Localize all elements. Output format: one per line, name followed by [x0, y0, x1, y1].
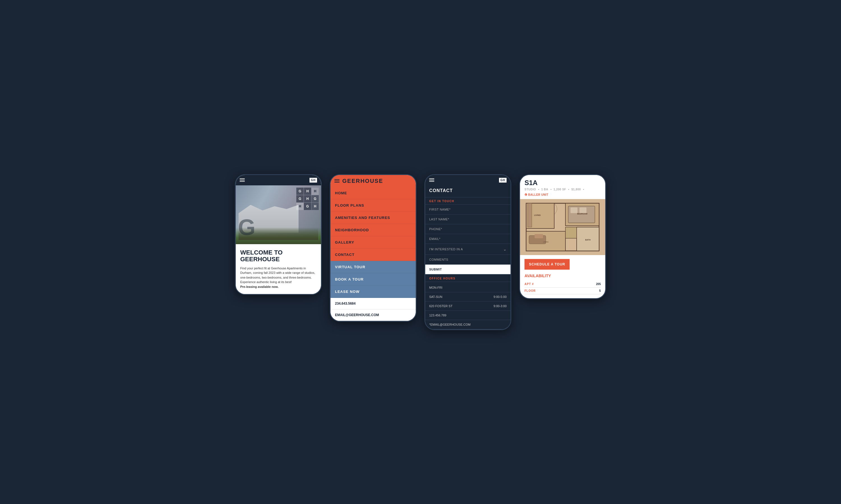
- svg-rect-14: [528, 203, 532, 227]
- nav-item-amenities[interactable]: AMENITIES AND FEATURES: [330, 212, 416, 224]
- office-row-satsun: SAT-SUN 9:00-5:00: [425, 292, 511, 302]
- availability-section: AVAILABILITY APT # 205 FLOOR 5: [520, 273, 605, 298]
- svg-rect-10: [535, 234, 543, 238]
- nav-menu: HOME FLOOR PLANS AMENITIES AND FEATURES …: [330, 187, 416, 298]
- spec-separator2: [551, 189, 551, 190]
- nav-item-virtual-tour[interactable]: VIRTUAL TOUR: [330, 261, 416, 273]
- nav-item-floor-plans[interactable]: FLOOR PLANS: [330, 199, 416, 212]
- hamburger-icon[interactable]: [240, 178, 245, 182]
- welcome-title: WELCOME TO GEERHOUSE: [240, 249, 316, 263]
- phone2-topbar: GEERHOUSE: [330, 175, 416, 187]
- baller-badge: ★ BALLER UNIT: [525, 193, 548, 196]
- phone1-content: WELCOME TO GEERHOUSE Find your perfect f…: [236, 244, 321, 294]
- submit-button[interactable]: SUBMIT: [425, 265, 511, 274]
- svg-text:BEDROOM: BEDROOM: [577, 213, 588, 215]
- email-address: EMAIL@GEERHOUSE.COM: [330, 309, 416, 321]
- first-name-field[interactable]: FIRST NAME*: [425, 205, 511, 215]
- availability-title: AVAILABILITY: [525, 273, 601, 278]
- phone1-topbar: GH: [236, 175, 321, 185]
- unit-sqft: 1,200 SF: [554, 188, 566, 191]
- welcome-description: Find your perfect fit at Geerhouse Apart…: [240, 266, 316, 289]
- phone-nav-menu: GEERHOUSE HOME FLOOR PLANS AMENITIES AND…: [330, 174, 416, 322]
- spec-separator: [538, 189, 539, 190]
- nav-item-contact[interactable]: CONTACT: [330, 249, 416, 261]
- floorplan-header: S1A STUDIO 1 BA 1,200 SF $1,800 ★ BALLER…: [520, 175, 605, 199]
- floorplan-image: LIVING BEDROOM LIVING BATH: [520, 199, 605, 255]
- phone-contact: GH CONTACT GET IN TOUCH FIRST NAME* LAST…: [425, 174, 511, 330]
- office-row-monfri: MON-FRI: [425, 283, 511, 292]
- svg-text:BATH: BATH: [585, 239, 591, 241]
- nav-item-home[interactable]: HOME: [330, 187, 416, 199]
- interested-in-dropdown[interactable]: I'M INTERESTED IN A ⌄: [425, 244, 511, 255]
- nav-item-neighborhood[interactable]: NEIGHBORHOOD: [330, 224, 416, 236]
- svg-text:LIVING: LIVING: [534, 214, 541, 216]
- gh-logo: GH: [309, 178, 317, 183]
- svg-rect-8: [565, 227, 577, 238]
- phone3-topbar: GH: [425, 175, 511, 185]
- get-in-touch-label: GET IN TOUCH: [425, 197, 511, 205]
- floorplan-svg: LIVING BEDROOM LIVING BATH: [520, 199, 605, 255]
- spec-separator3: [568, 189, 569, 190]
- svg-text:★: ★: [525, 194, 527, 196]
- nav-item-lease-now[interactable]: LEASE NOW: [330, 286, 416, 298]
- office-row-address: 620 FOSTER ST 9:00-3:00: [425, 302, 511, 311]
- hamburger-menu-icon[interactable]: [334, 179, 340, 183]
- nav-item-gallery[interactable]: GALLERY: [330, 236, 416, 249]
- gh-overlay: G H H G H G H G H: [296, 187, 319, 210]
- unit-id: S1A: [525, 179, 601, 187]
- schedule-tour-button[interactable]: SCHEDULE A TOUR: [525, 259, 570, 270]
- office-row-email: *EMAIL@GEERHOUSE.COM: [425, 320, 511, 329]
- unit-price: $1,800: [571, 188, 581, 191]
- avail-row-floor: FLOOR 5: [525, 288, 601, 294]
- contact-page-title: CONTACT: [425, 185, 511, 197]
- phone-welcome: GH G H H G H G H G H G: [235, 174, 322, 295]
- phone-number: 234.643.5684: [330, 298, 416, 309]
- phones-container: GH G H H G H G H G H G: [224, 174, 617, 330]
- phone-field[interactable]: PHONE*: [425, 224, 511, 234]
- svg-rect-13: [580, 208, 586, 213]
- office-row-phone: 123.456.789: [425, 311, 511, 320]
- svg-rect-12: [570, 208, 578, 213]
- unit-type: STUDIO: [525, 188, 536, 191]
- email-field[interactable]: EMAIL*: [425, 234, 511, 244]
- geerhouse-logo: GEERHOUSE: [342, 178, 383, 184]
- baller-icon: ★: [525, 193, 527, 196]
- avail-row-apt: APT # 205: [525, 281, 601, 288]
- unit-bath: 1 BA: [541, 188, 548, 191]
- pre-leasing-cta: Pre-leasing available now.: [240, 285, 279, 288]
- spec-separator4: [583, 189, 584, 190]
- office-hours-label: OFFICE HOURS: [425, 274, 511, 282]
- hero-image: G H H G H G H G H G: [236, 185, 321, 244]
- office-hours-section: MON-FRI SAT-SUN 9:00-5:00 620 FOSTER ST …: [425, 283, 511, 329]
- hamburger-icon-dark[interactable]: [429, 178, 434, 182]
- gh-logo-dark: GH: [499, 178, 507, 183]
- unit-specs: STUDIO 1 BA 1,200 SF $1,800 ★ BALLER UNI…: [525, 188, 601, 196]
- last-name-field[interactable]: LAST NAME*: [425, 215, 511, 224]
- hero-big-g: G: [238, 216, 254, 238]
- phone2-contact-info: 234.643.5684 EMAIL@GEERHOUSE.COM: [330, 298, 416, 321]
- phone-floorplan: S1A STUDIO 1 BA 1,200 SF $1,800 ★ BALLER…: [519, 174, 606, 299]
- svg-text:LIVING: LIVING: [543, 241, 549, 243]
- comments-field[interactable]: COMMENTS: [425, 255, 511, 265]
- nav-item-book-tour[interactable]: BOOK A TOUR: [330, 273, 416, 286]
- chevron-down-icon: ⌄: [503, 247, 507, 251]
